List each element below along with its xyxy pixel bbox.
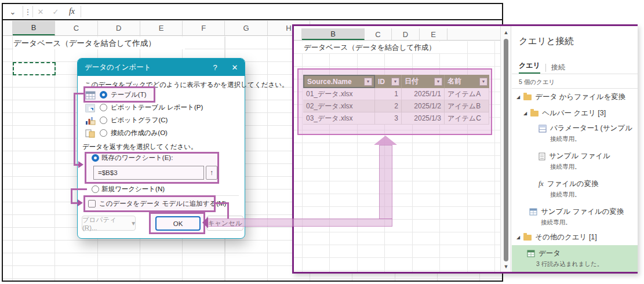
scroll-down-icon[interactable]: ▼ — [503, 263, 510, 270]
tree-label: データ からファイルを変換 — [535, 92, 625, 102]
tree-expanded-icon[interactable]: ◢ — [516, 235, 520, 240]
document-icon — [539, 152, 545, 161]
pivottable-icon — [85, 104, 96, 112]
dialog-title: データのインポート — [85, 63, 205, 72]
dialog-prompt-destination: データを返す先を選択してください。 — [82, 143, 197, 151]
radio-pivotchart-label: ピボットグラフ(C) — [111, 116, 168, 125]
annotation-box-existing-worksheet — [85, 152, 219, 184]
overlay-header-blank — [447, 28, 500, 40]
tree-expanded-icon[interactable]: ◢ — [516, 94, 520, 100]
tree-sub-label: 3 行読み込まれました。 — [536, 260, 603, 268]
annotation-connector2 — [71, 188, 72, 203]
properties-caret-icon: ▾ — [132, 219, 135, 227]
result-screenshot-overlay: B C D E データベース（データを結合して作成） Source.Name ▼… — [292, 24, 638, 274]
panel-tabs: クエリ 接続 — [519, 61, 565, 74]
radio-pivottable[interactable] — [100, 104, 107, 111]
tree-item-data-query[interactable]: データ — [527, 249, 561, 258]
annotation-band-horizontal — [208, 219, 392, 227]
annotation-arrowhead-to-ok — [202, 217, 208, 228]
table-query-icon — [529, 208, 537, 216]
radio-pivottable-label: ピボットテーブル レポート(P) — [111, 103, 203, 112]
column-header-d[interactable]: D — [98, 21, 140, 35]
tree-label: サンプル ファイルの変換 — [541, 207, 624, 217]
overlay-column-header-e[interactable]: E — [420, 28, 447, 40]
folder-icon — [523, 94, 532, 100]
query-count: 5 個のクエリ — [519, 78, 555, 86]
overlay-column-headers: B C D E — [294, 28, 500, 41]
tree-label: サンプル ファイル — [549, 151, 610, 161]
table-query-icon — [527, 250, 535, 257]
annotation-highlight-table — [297, 68, 492, 135]
dialog-title-bar: データのインポート ? ✕ — [78, 59, 245, 76]
formula-cancel-icon[interactable]: ✕ — [33, 4, 48, 19]
column-header-strip — [3, 21, 13, 35]
pivotchart-icon — [85, 116, 96, 125]
tree-folder-other-queries[interactable]: ◢ その他のクエリ [1] — [516, 232, 597, 242]
column-header-c[interactable]: C — [55, 21, 97, 35]
formula-enter-icon[interactable]: ✓ — [48, 4, 63, 19]
annotation-connector1 — [74, 93, 84, 94]
tree-expanded-icon[interactable]: ◢ — [523, 111, 527, 116]
annotation-arrowhead-to-table — [374, 136, 397, 145]
overlay-column-header-c[interactable]: C — [365, 28, 392, 40]
radio-connection-only[interactable] — [100, 129, 107, 137]
column-header-g[interactable]: G — [225, 21, 267, 35]
annotation-arrowhead-to-checkbox — [78, 199, 83, 206]
radio-new-worksheet[interactable] — [92, 185, 99, 193]
screenshot-stage: ⌄ ⋮ ✕ ✓ fx B C D E F G H データベース（データを結合して… — [0, 0, 644, 284]
radio-new-worksheet-label: 新規ワークシート(N) — [101, 185, 165, 194]
overlay-header-strip — [294, 28, 302, 40]
formula-input[interactable] — [81, 4, 502, 19]
vertical-scrollbar[interactable]: ▲ ▼ — [500, 26, 511, 272]
overlay-cell-b1-text: データベース（データを結合して作成） — [302, 42, 448, 53]
tree-sub-label: 接続専用。 — [550, 163, 581, 171]
annotation-box-ok-button — [149, 212, 205, 234]
tree-label: パラメーター1 (サンプル — [550, 123, 632, 133]
annotation-connector2 — [71, 188, 87, 190]
name-box-chevron-icon[interactable]: ⌄ — [3, 4, 23, 19]
annotation-band-vertical — [379, 145, 392, 219]
annotation-box-table-option — [83, 86, 155, 103]
divider — [512, 88, 638, 89]
tree-label: ヘルパー クエリ [3] — [542, 108, 606, 118]
function-icon: fx — [539, 180, 544, 188]
scroll-up-icon[interactable]: ▲ — [503, 29, 510, 36]
properties-button-label: プロパティ(R)... — [82, 216, 127, 231]
tab-queries[interactable]: クエリ — [519, 61, 540, 74]
cell-b3-selection[interactable] — [13, 62, 56, 75]
close-icon[interactable]: ✕ — [225, 63, 245, 72]
insert-function-icon[interactable]: fx — [63, 4, 81, 19]
divider — [512, 74, 638, 74]
annotation-connector1 — [74, 93, 75, 165]
formula-bar: ⌄ ⋮ ✕ ✓ fx — [3, 4, 502, 20]
tree-folder-transform-file[interactable]: ◢ データ からファイルを変換 — [516, 92, 625, 102]
column-header-f[interactable]: F — [183, 21, 225, 35]
radio-pivotchart[interactable] — [100, 116, 107, 124]
tree-item-sample-file[interactable]: サンプル ファイル — [539, 151, 610, 161]
tree-sub-label: 接続専用。 — [541, 219, 572, 227]
tree-sub-label: 接続専用。 — [550, 191, 581, 199]
overlay-column-header-b[interactable]: B — [302, 28, 365, 40]
more-dots-icon[interactable]: ⋮ — [23, 4, 32, 19]
column-header-b[interactable]: B — [13, 21, 55, 35]
overlay-column-header-d[interactable]: D — [392, 28, 420, 40]
annotation-box-data-model-checkbox — [83, 195, 216, 212]
divider — [545, 64, 546, 72]
folder-icon — [530, 111, 539, 116]
tree-item-parameter1[interactable]: パラメーター1 (サンプル — [539, 123, 632, 133]
scrollbar-thumb[interactable] — [504, 39, 508, 261]
column-header-e[interactable]: E — [140, 21, 183, 35]
radio-connection-only-label: 接続の作成のみ(O) — [111, 129, 168, 137]
annotation-connector3 — [216, 202, 228, 204]
properties-button[interactable]: プロパティ(R)... ▾ — [82, 216, 136, 231]
cell-b1-text: データベース（データを結合して作成） — [13, 37, 185, 49]
annotation-arrowhead-to-existing — [78, 161, 83, 168]
tree-item-file-transform-function[interactable]: fx ファイルの変換 — [539, 179, 599, 189]
tree-item-sample-file-transform[interactable]: サンプル ファイルの変換 — [529, 207, 624, 217]
tab-connections[interactable]: 接続 — [551, 63, 565, 72]
annotation-connector3 — [227, 202, 229, 219]
folder-icon — [523, 235, 532, 241]
parameter-icon — [539, 125, 547, 133]
tree-folder-helper-queries[interactable]: ◢ ヘルパー クエリ [3] — [523, 108, 606, 118]
help-icon[interactable]: ? — [205, 63, 225, 72]
